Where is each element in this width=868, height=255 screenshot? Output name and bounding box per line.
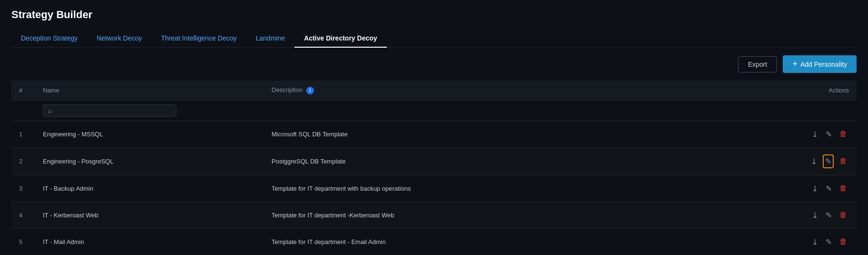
header: Strategy Builder Deception StrategyNetwo…: [0, 0, 868, 48]
edit-icon: ✎: [826, 237, 832, 246]
toolbar: Export + Add Personality: [0, 48, 868, 81]
main-table: # Name Description i Actions: [11, 81, 857, 255]
cell-number: 3: [11, 175, 35, 202]
cell-actions: ⤓✎🗑: [780, 147, 857, 175]
table-row: 1Engineering - MSSQLMicrosoft SQL DB Tem…: [11, 121, 857, 147]
search-row: ⌕: [11, 100, 857, 121]
delete-icon: 🗑: [839, 237, 847, 246]
download-button[interactable]: ⤓: [809, 155, 819, 168]
delete-icon: 🗑: [839, 130, 847, 138]
cell-description: Template for IT department with backup o…: [264, 175, 780, 202]
download-button[interactable]: ⤓: [810, 235, 820, 248]
cell-description: Template for IT department - Email Admin: [264, 228, 780, 255]
nav-tabs: Deception StrategyNetwork DecoyThreat In…: [11, 30, 857, 48]
download-button[interactable]: ⤓: [810, 209, 820, 222]
download-icon: ⤓: [812, 130, 818, 139]
download-icon: ⤓: [812, 237, 818, 246]
delete-button[interactable]: 🗑: [838, 235, 849, 248]
cell-description: PostggreSQL DB Template: [264, 147, 780, 175]
tab-network-decoy[interactable]: Network Decoy: [87, 30, 151, 48]
tab-active-directory-decoy[interactable]: Active Directory Decoy: [294, 30, 386, 48]
cell-number: 1: [11, 121, 35, 147]
col-number: #: [11, 81, 35, 100]
search-input[interactable]: [55, 107, 171, 114]
description-info-icon[interactable]: i: [306, 87, 314, 94]
cell-actions: ⤓✎🗑: [780, 228, 857, 255]
table-row: 4IT - Kerberoast WebTemplate for IT depa…: [11, 202, 857, 228]
edit-button[interactable]: ✎: [823, 154, 834, 168]
table-row: 2Engineering - PosgreSQLPostggreSQL DB T…: [11, 147, 857, 175]
delete-button[interactable]: 🗑: [838, 128, 849, 140]
cell-actions: ⤓✎🗑: [780, 175, 857, 202]
edit-icon: ✎: [826, 130, 832, 139]
search-cell-actions: [780, 100, 857, 121]
download-button[interactable]: ⤓: [810, 128, 820, 141]
table-container: # Name Description i Actions: [0, 81, 868, 255]
delete-button[interactable]: 🗑: [838, 209, 849, 221]
download-icon: ⤓: [812, 184, 818, 193]
cell-description: Microsoft SQL DB Template: [264, 121, 780, 147]
cell-name: IT - Backup Admin: [35, 175, 264, 202]
cell-name: IT - Mail Admin: [35, 228, 264, 255]
delete-icon: 🗑: [839, 184, 847, 193]
tab-threat-intelligence-decoy[interactable]: Threat Intelligence Decoy: [151, 30, 246, 48]
search-cell-description: [264, 100, 780, 121]
table-row: 5IT - Mail AdminTemplate for IT departme…: [11, 228, 857, 255]
app-container: Strategy Builder Deception StrategyNetwo…: [0, 0, 868, 255]
search-icon: ⌕: [48, 107, 52, 114]
download-icon: ⤓: [811, 157, 817, 166]
cell-number: 4: [11, 202, 35, 228]
search-cell-name: ⌕: [35, 100, 264, 121]
cell-actions: ⤓✎🗑: [780, 121, 857, 147]
cell-description: Template for IT department -Kerberoast W…: [264, 202, 780, 228]
actions-group: ⤓✎🗑: [788, 235, 849, 248]
cell-number: 5: [11, 228, 35, 255]
tab-landmine[interactable]: Landmine: [246, 30, 295, 48]
actions-group: ⤓✎🗑: [788, 154, 849, 168]
delete-button[interactable]: 🗑: [838, 182, 849, 194]
download-button[interactable]: ⤓: [810, 182, 820, 195]
delete-icon: 🗑: [839, 157, 847, 165]
edit-icon: ✎: [826, 184, 832, 193]
actions-group: ⤓✎🗑: [788, 128, 849, 141]
delete-button[interactable]: 🗑: [838, 155, 849, 167]
table-body: ⌕ 1Engineering - MSSQLMicrosoft SQL DB T…: [11, 100, 857, 255]
cell-name: IT - Kerberoast Web: [35, 202, 264, 228]
export-button[interactable]: Export: [738, 56, 777, 72]
edit-icon: ✎: [825, 157, 831, 166]
search-wrapper: ⌕: [43, 104, 176, 117]
tab-deception-strategy[interactable]: Deception Strategy: [11, 30, 87, 48]
download-icon: ⤓: [812, 211, 818, 220]
actions-group: ⤓✎🗑: [788, 182, 849, 195]
cell-name: Engineering - PosgreSQL: [35, 147, 264, 175]
table-row: 3IT - Backup AdminTemplate for IT depart…: [11, 175, 857, 202]
search-cell-number: [11, 100, 35, 121]
edit-icon: ✎: [826, 211, 832, 220]
cell-number: 2: [11, 147, 35, 175]
cell-name: Engineering - MSSQL: [35, 121, 264, 147]
app-title: Strategy Builder: [11, 9, 857, 21]
edit-button[interactable]: ✎: [824, 128, 834, 141]
delete-icon: 🗑: [839, 211, 847, 219]
add-personality-label: Add Personality: [800, 61, 847, 68]
edit-button[interactable]: ✎: [824, 209, 834, 222]
edit-button[interactable]: ✎: [824, 235, 834, 248]
plus-icon: +: [792, 59, 797, 69]
cell-actions: ⤓✎🗑: [780, 202, 857, 228]
add-personality-button[interactable]: + Add Personality: [783, 55, 857, 73]
col-description: Description i: [264, 81, 780, 100]
edit-button[interactable]: ✎: [824, 182, 834, 195]
actions-group: ⤓✎🗑: [788, 209, 849, 222]
col-actions: Actions: [780, 81, 857, 100]
col-name: Name: [35, 81, 264, 100]
table-header-row: # Name Description i Actions: [11, 81, 857, 100]
